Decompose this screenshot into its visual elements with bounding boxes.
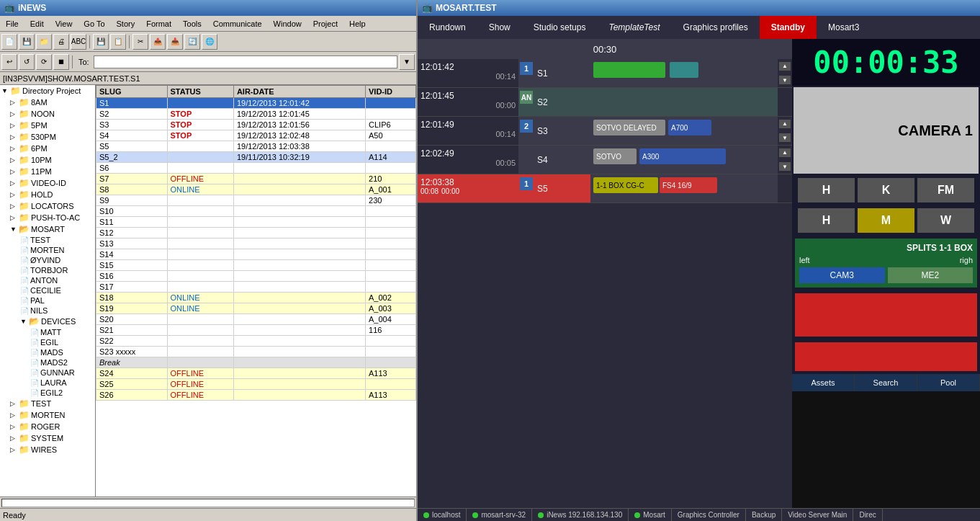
sidebar-item-morten2[interactable]: ▷ 📁 MORTEN	[0, 409, 95, 421]
table-row[interactable]: Break	[96, 357, 416, 368]
sidebar-item-11pm[interactable]: ▷ 📁 11PM	[0, 166, 95, 177]
toolbar-btn-d[interactable]: ⏹	[53, 54, 69, 70]
table-row[interactable]: S1 19/12/2013 12:01:42	[96, 98, 416, 109]
table-row[interactable]: S7 OFFLINE 210	[96, 174, 416, 184]
sidebar-root[interactable]: ▼ 📁 Directory Project	[0, 85, 95, 97]
toolbar-btn-c[interactable]: ⟳	[36, 54, 52, 70]
menu-file[interactable]: File	[0, 18, 24, 30]
scroll-down-s1[interactable]: ▼	[779, 76, 791, 84]
to-dropdown[interactable]: ▼	[399, 54, 415, 70]
btn-h1[interactable]: H	[798, 178, 855, 202]
toolbar-btn-12[interactable]: 🌐	[202, 34, 217, 50]
toolbar-btn-4[interactable]: 🖨	[53, 34, 69, 50]
sidebar-item-test[interactable]: 📄 TEST	[0, 235, 95, 245]
toolbar-btn-10[interactable]: 📥	[167, 34, 183, 50]
toolbar-btn-1[interactable]: 📄	[1, 34, 17, 50]
table-row[interactable]: S19 ONLINE A_003	[96, 303, 416, 314]
table-row[interactable]: S13	[96, 239, 416, 249]
to-input[interactable]	[94, 55, 397, 68]
nav-show[interactable]: Show	[477, 16, 522, 39]
toolbar-btn-8[interactable]: ✂	[132, 34, 148, 50]
btn-w[interactable]: W	[917, 208, 974, 233]
table-row[interactable]: S2 STOP 19/12/2013 12:01:45	[96, 109, 416, 120]
menu-window[interactable]: Window	[268, 18, 307, 30]
table-row[interactable]: S21 116	[96, 325, 416, 336]
tab-search[interactable]: Search	[855, 374, 917, 391]
table-row[interactable]: S6	[96, 163, 416, 174]
table-row[interactable]: S8 ONLINE A_001	[96, 184, 416, 195]
sidebar-item-roger[interactable]: ▷ 📁 ROGER	[0, 421, 95, 432]
toolbar-btn-6[interactable]: 💾	[93, 34, 109, 50]
scroll-down-s4[interactable]: ▼	[779, 162, 791, 171]
menu-story[interactable]: Story	[111, 18, 141, 30]
sidebar-item-noon[interactable]: ▷ 📁 NOON	[0, 108, 95, 120]
table-row[interactable]: S25 OFFLINE	[96, 379, 416, 390]
table-row[interactable]: S4 STOP 19/12/2013 12:02:48 A50	[96, 130, 416, 141]
sidebar-item-mads[interactable]: 📄 MADS	[0, 347, 95, 357]
table-row[interactable]: S9 230	[96, 195, 416, 206]
table-row[interactable]: S14	[96, 249, 416, 260]
sidebar-item-oyvind[interactable]: 📄 ØYVIND	[0, 255, 95, 265]
sidebar-item-devices[interactable]: ▼ 📂 DEVICES	[0, 316, 95, 327]
sidebar-item-anton[interactable]: 📄 ANTON	[0, 275, 95, 285]
table-row[interactable]: S15	[96, 260, 416, 271]
sidebar-item-mosart[interactable]: ▼ 📂 MOSART	[0, 223, 95, 235]
sidebar-item-egil2[interactable]: 📄 EGIL2	[0, 388, 95, 398]
sidebar-item-5pm[interactable]: ▷ 📁 5PM	[0, 120, 95, 131]
sidebar-item-hold[interactable]: ▷ 📁 HOLD	[0, 189, 95, 200]
menu-format[interactable]: Format	[140, 18, 177, 30]
table-row[interactable]: S3 STOP 19/12/2013 12:01:56 CLIP6	[96, 120, 416, 130]
menu-edit[interactable]: Edit	[24, 18, 50, 30]
sidebar-item-pushtoac[interactable]: ▷ 📁 PUSH-TO-AC	[0, 212, 95, 223]
tab-assets[interactable]: Assets	[792, 374, 855, 391]
nav-standby[interactable]: Standby	[760, 16, 817, 39]
btn-fm[interactable]: FM	[917, 178, 974, 202]
sidebar-item-test2[interactable]: ▷ 📁 TEST	[0, 398, 95, 409]
btn-h2[interactable]: H	[798, 208, 855, 233]
sidebar-item-6pm[interactable]: ▷ 📁 6PM	[0, 143, 95, 154]
sidebar-item-mads2[interactable]: 📄 MADS2	[0, 357, 95, 368]
table-row[interactable]: S17	[96, 282, 416, 293]
table-row[interactable]: S5_2 19/11/2013 10:32:19 A114	[96, 152, 416, 163]
sidebar-item-pal[interactable]: 📄 PAL	[0, 295, 95, 306]
toolbar-btn-2[interactable]: 💾	[19, 34, 35, 50]
menu-help[interactable]: Help	[343, 18, 372, 30]
btn-m[interactable]: M	[858, 208, 914, 233]
sidebar-item-wires[interactable]: ▷ 📁 WIRES	[0, 444, 95, 455]
table-row[interactable]: S5 19/12/2013 12:03:38	[96, 141, 416, 152]
menu-tools[interactable]: Tools	[177, 18, 207, 30]
nav-mosart3[interactable]: Mosart3	[817, 16, 871, 39]
toolbar-btn-9[interactable]: 📤	[150, 34, 166, 50]
sidebar-item-laura[interactable]: 📄 LAURA	[0, 378, 95, 388]
scroll-up-s1[interactable]: ▲	[779, 62, 791, 71]
sidebar-item-8am[interactable]: ▷ 📁 8AM	[0, 97, 95, 108]
scroll-down-s3[interactable]: ▼	[779, 133, 791, 142]
menu-project[interactable]: Project	[307, 18, 343, 30]
table-row[interactable]: S12	[96, 228, 416, 239]
table-row[interactable]: S11	[96, 217, 416, 228]
sidebar-item-gunnar[interactable]: 📄 GUNNAR	[0, 368, 95, 378]
btn-k[interactable]: K	[858, 178, 914, 202]
toolbar-btn-11[interactable]: 🔄	[184, 34, 200, 50]
sidebar-item-matt[interactable]: 📄 MATT	[0, 327, 95, 337]
nav-graphics[interactable]: Graphics profiles	[672, 16, 760, 39]
splits-cam3[interactable]: CAM3	[799, 267, 885, 283]
sidebar-item-egil[interactable]: 📄 EGIL	[0, 337, 95, 347]
table-row[interactable]: S18 ONLINE A_002	[96, 293, 416, 303]
scroll-up-s4[interactable]: ▲	[779, 148, 791, 157]
tab-pool[interactable]: Pool	[917, 374, 980, 391]
table-row[interactable]: S10	[96, 206, 416, 217]
sidebar-item-cecilie[interactable]: 📄 CECILIE	[0, 285, 95, 295]
nav-rundown[interactable]: Rundown	[418, 16, 477, 39]
toolbar-btn-5[interactable]: ABC	[71, 34, 86, 50]
menu-communicate[interactable]: Communicate	[207, 18, 268, 30]
sidebar-item-morten[interactable]: 📄 MORTEN	[0, 245, 95, 255]
toolbar-btn-7[interactable]: 📋	[110, 34, 126, 50]
h-scrollbar[interactable]	[0, 496, 416, 508]
timeline-scroll[interactable]: 12:01:42 00:14 1 S1 ▲ ▼	[418, 59, 792, 508]
toolbar-btn-b[interactable]: ↺	[19, 54, 35, 70]
sidebar-item-530pm[interactable]: ▷ 📁 530PM	[0, 131, 95, 143]
sidebar-item-videoid[interactable]: ▷ 📁 VIDEO-ID	[0, 177, 95, 189]
sidebar-item-torbjor[interactable]: 📄 TORBJOR	[0, 265, 95, 275]
sidebar-item-system[interactable]: ▷ 📁 SYSTEM	[0, 432, 95, 444]
